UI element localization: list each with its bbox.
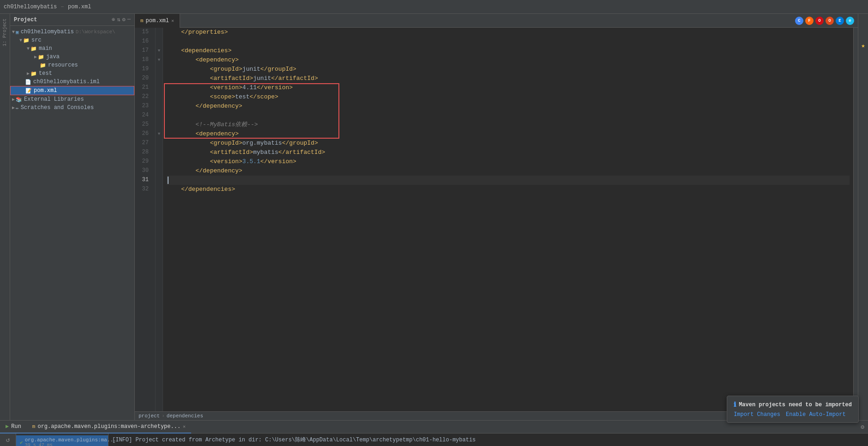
line-num-19: 19 — [135, 65, 151, 74]
tab-pom-xml[interactable]: m pom.xml ✕ — [135, 14, 180, 28]
fold-18[interactable]: ▼ — [158, 58, 160, 62]
tag-15: </properties> — [167, 28, 228, 37]
favorite-star-icon[interactable]: ★ — [861, 42, 865, 49]
fold-17[interactable]: ▼ — [158, 49, 160, 53]
tree-label-java: java — [46, 54, 60, 60]
layout-icon[interactable]: ⇅ — [117, 16, 120, 23]
breadcrumb-project[interactable]: project — [139, 413, 160, 419]
code-editor[interactable]: 15 16 17 18 19 20 21 22 23 24 25 26 27 2… — [135, 28, 858, 411]
content-30-pre — [167, 166, 195, 176]
expand-arrow-libraries: ▶ — [12, 97, 15, 102]
line-num-21: 21 — [135, 83, 151, 92]
edge-icon[interactable]: E — [836, 17, 844, 25]
gutter-25 — [156, 120, 163, 129]
code-line-24 — [167, 111, 850, 120]
gutter-27 — [156, 139, 163, 148]
run-tab[interactable]: ▶ Run — [0, 421, 27, 434]
sidebar-item-project[interactable]: 1: Project — [1, 16, 8, 49]
run-content: ↺ ✔ org.apache.maven.plugins:ma... 39 s … — [0, 434, 868, 446]
settings-gear-icon[interactable]: ⚙ — [122, 16, 126, 23]
gutter-29 — [156, 157, 163, 166]
tree-item-java[interactable]: ▶ 📁 java — [10, 53, 134, 61]
maven-run-tab[interactable]: m org.apache.maven.plugins:maven-archety… — [27, 421, 191, 434]
code-line-17: <dependencies> — [167, 46, 850, 55]
tree-item-root[interactable]: ▼ ▣ ch01hellomybatis D:\Workspace\ — [10, 28, 134, 36]
expand-arrow-scratches: ▶ — [12, 105, 15, 110]
tree-item-pom[interactable]: 📝 pom.xml — [10, 86, 134, 95]
line-num-22: 22 — [135, 92, 151, 102]
line-num-23: 23 — [135, 102, 151, 111]
enable-auto-import-link[interactable]: Enable Auto-Import — [786, 411, 846, 418]
gutter-17: ▼ — [156, 46, 163, 55]
gutter-19 — [156, 65, 163, 74]
content-26-pre — [167, 129, 195, 139]
tree-item-main[interactable]: ▼ 📁 main — [10, 44, 134, 53]
val-19: junit — [242, 65, 260, 74]
code-line-20: <artifactId>junit</artifactId> — [167, 74, 850, 83]
code-line-29: <version>3.5.1</version> — [167, 157, 850, 166]
tag-26: <dependency> — [195, 129, 239, 139]
fold-26[interactable]: ▼ — [158, 132, 160, 136]
import-changes-link[interactable]: Import Changes — [734, 411, 780, 418]
tag-artifactid-close-28: </artifactId> — [278, 148, 325, 157]
folder-icon-main: 📁 — [30, 46, 37, 52]
tab-xml-icon: m — [140, 18, 144, 24]
gutter-22 — [156, 92, 163, 102]
content-28-pre — [167, 148, 210, 157]
maven-icon: m — [32, 424, 36, 429]
breadcrumb-dependencies[interactable]: dependencies — [167, 413, 203, 419]
tree-item-src[interactable]: ▼ 📁 src — [10, 36, 134, 44]
run-tab-icon: ▶ — [6, 423, 9, 430]
gutter-20 — [156, 74, 163, 83]
tree-item-resources[interactable]: 📁 resources — [10, 61, 134, 69]
expand-arrow-src: ▼ — [19, 38, 22, 43]
scope-icon[interactable]: ⊕ — [112, 16, 115, 23]
gutter-32 — [156, 185, 163, 194]
chrome-icon[interactable]: C — [795, 17, 803, 25]
tag-groupid-close-27: </groupId> — [282, 139, 318, 148]
line-num-24: 24 — [135, 111, 151, 120]
tree-label-libraries: External Libraries — [24, 96, 84, 103]
browser-icons: C F O O E e — [795, 17, 858, 25]
line-num-32: 32 — [135, 185, 151, 194]
code-line-21: <version>4.11</version> — [167, 83, 850, 92]
line-num-27: 27 — [135, 139, 151, 148]
firefox-icon[interactable]: F — [805, 17, 814, 25]
tree-item-test[interactable]: ▶ 📁 test — [10, 69, 134, 78]
run-sidebar-refresh-icon[interactable]: ↺ — [6, 436, 10, 444]
main-layout: 1: Project Project ⊕ ⇅ ⚙ — ▼ ▣ ch01hello… — [0, 14, 868, 420]
line-num-28: 28 — [135, 148, 151, 157]
tree-item-libraries[interactable]: ▶ 📚 External Libraries — [10, 95, 134, 104]
code-line-28: <artifactId>mybatis</artifactId> — [167, 148, 850, 157]
opera-alt-icon[interactable]: O — [826, 17, 834, 25]
title-separator: – — [60, 3, 64, 10]
expand-arrow-java: ▶ — [34, 54, 37, 60]
tree-label-src: src — [31, 37, 42, 43]
line-num-25: 25 — [135, 120, 151, 129]
run-settings-icon[interactable]: ⚙ — [861, 423, 868, 431]
toast-info-icon: ℹ — [734, 401, 736, 409]
run-list-item[interactable]: ✔ org.apache.maven.plugins:ma... 39 s 47… — [16, 435, 108, 446]
panel-header: Project ⊕ ⇅ ⚙ — — [10, 14, 134, 26]
folder-icon-resources: 📁 — [40, 62, 46, 68]
maven-tab-close-icon[interactable]: ✕ — [183, 424, 186, 429]
run-output[interactable]: [INFO] Project created from Archetype in… — [108, 434, 868, 446]
ie-icon[interactable]: e — [846, 17, 854, 25]
tree-label-pom: pom.xml — [34, 87, 57, 94]
version-num-29: 3.5.1 — [242, 157, 260, 166]
xml-file-icon: 📝 — [25, 88, 32, 94]
tag-version-open-29: <version> — [210, 157, 242, 166]
tab-close-icon[interactable]: ✕ — [171, 18, 174, 24]
gutter-23 — [156, 102, 163, 111]
tree-item-iml[interactable]: 📄 ch01hellomybatis.iml — [10, 78, 134, 86]
opera-icon[interactable]: O — [815, 17, 824, 25]
right-scrollbar[interactable] — [853, 28, 858, 411]
code-line-32: </dependencies> — [167, 185, 850, 194]
minimize-icon[interactable]: — — [127, 16, 131, 23]
code-content[interactable]: </properties> <dependencies> <dependency… — [163, 28, 853, 411]
favorites-bar: ★ — [858, 14, 868, 420]
tree-item-scratches[interactable]: ▶ ✏️ Scratches and Consoles — [10, 104, 134, 112]
code-line-30: </dependency> — [167, 166, 850, 176]
code-line-23: </dependency> — [167, 102, 850, 111]
val-22: test — [235, 92, 249, 102]
